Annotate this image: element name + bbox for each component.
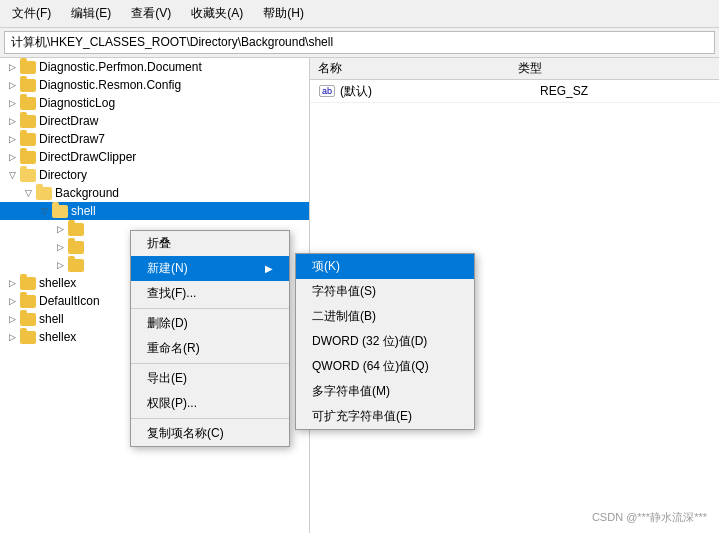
context-menu: 折叠 新建(N) ▶ 查找(F)... 删除(D) 重命名(R) 导出(E) 权… <box>130 230 290 447</box>
ctx-delete[interactable]: 删除(D) <box>131 311 289 336</box>
expander-icon: ▽ <box>20 185 36 201</box>
expander-icon: ▷ <box>4 149 20 165</box>
reg-type: REG_SZ <box>540 84 711 98</box>
tree-label: DirectDraw <box>39 114 98 128</box>
expander-icon: ▽ <box>36 203 52 219</box>
folder-icon <box>20 294 36 308</box>
expander-icon: ▷ <box>4 275 20 291</box>
folder-icon <box>36 186 52 200</box>
right-header: 名称 类型 <box>310 58 719 80</box>
tree-label: DefaultIcon <box>39 294 100 308</box>
submenu-item-dword[interactable]: DWORD (32 位)值(D) <box>296 329 474 354</box>
folder-icon <box>52 204 68 218</box>
tree-label: shellex <box>39 276 76 290</box>
folder-icon <box>20 276 36 290</box>
tree-label: Diagnostic.Resmon.Config <box>39 78 181 92</box>
ctx-collapse[interactable]: 折叠 <box>131 231 289 256</box>
expander-icon: ▷ <box>4 59 20 75</box>
tree-item-directdrawclipper[interactable]: ▷ DirectDrawClipper <box>0 148 309 166</box>
tree-label: shell <box>39 312 64 326</box>
tree-item-background[interactable]: ▽ Background <box>0 184 309 202</box>
reg-name: (默认) <box>340 83 540 100</box>
folder-icon <box>20 330 36 344</box>
menu-favorites[interactable]: 收藏夹(A) <box>187 3 247 24</box>
ctx-copy-name[interactable]: 复制项名称(C) <box>131 421 289 446</box>
folder-icon <box>20 78 36 92</box>
submenu-item-binary[interactable]: 二进制值(B) <box>296 304 474 329</box>
tree-item-diagnostic-resmon[interactable]: ▷ Diagnostic.Resmon.Config <box>0 76 309 94</box>
submenu: 项(K) 字符串值(S) 二进制值(B) DWORD (32 位)值(D) QW… <box>295 253 475 430</box>
tree-item-shell-selected[interactable]: ▽ shell <box>0 202 309 220</box>
ctx-new[interactable]: 新建(N) ▶ <box>131 256 289 281</box>
expander-icon: ▷ <box>4 113 20 129</box>
ctx-find[interactable]: 查找(F)... <box>131 281 289 306</box>
expander-icon: ▷ <box>52 221 68 237</box>
tree-label: Diagnostic.Perfmon.Document <box>39 60 202 74</box>
ctx-rename[interactable]: 重命名(R) <box>131 336 289 361</box>
submenu-item-string[interactable]: 字符串值(S) <box>296 279 474 304</box>
folder-icon <box>20 150 36 164</box>
submenu-item-qword[interactable]: QWORD (64 位)值(Q) <box>296 354 474 379</box>
folder-icon <box>68 222 84 236</box>
submenu-arrow-icon: ▶ <box>265 263 273 274</box>
col-type-header: 类型 <box>518 60 711 77</box>
submenu-item-key[interactable]: 项(K) <box>296 254 474 279</box>
tree-label: DiagnosticLog <box>39 96 115 110</box>
folder-icon <box>20 96 36 110</box>
col-name-header: 名称 <box>318 60 518 77</box>
expander-icon: ▷ <box>4 311 20 327</box>
ab-icon: ab <box>318 82 336 100</box>
menu-help[interactable]: 帮助(H) <box>259 3 308 24</box>
menu-edit[interactable]: 编辑(E) <box>67 3 115 24</box>
ctx-permission[interactable]: 权限(P)... <box>131 391 289 416</box>
folder-icon <box>20 60 36 74</box>
tree-label: Directory <box>39 168 87 182</box>
folder-icon <box>20 132 36 146</box>
expander-icon: ▽ <box>4 167 20 183</box>
expander-icon: ▷ <box>4 293 20 309</box>
submenu-item-multistring[interactable]: 多字符串值(M) <box>296 379 474 404</box>
expander-icon: ▷ <box>4 95 20 111</box>
tree-label: DirectDraw7 <box>39 132 105 146</box>
watermark: CSDN @***静水流深*** <box>592 510 707 525</box>
ctx-export[interactable]: 导出(E) <box>131 366 289 391</box>
registry-row-default: ab (默认) REG_SZ <box>310 80 719 103</box>
ctx-separator3 <box>131 418 289 419</box>
expander-icon: ▷ <box>4 131 20 147</box>
menu-bar: 文件(F) 编辑(E) 查看(V) 收藏夹(A) 帮助(H) <box>0 0 719 28</box>
folder-icon <box>68 258 84 272</box>
expander-icon: ▷ <box>52 239 68 255</box>
tree-label: shell <box>71 204 96 218</box>
tree-item-directdraw7[interactable]: ▷ DirectDraw7 <box>0 130 309 148</box>
expander-icon: ▷ <box>4 77 20 93</box>
expander-icon: ▷ <box>4 329 20 345</box>
tree-label: Background <box>55 186 119 200</box>
folder-icon <box>20 114 36 128</box>
ctx-separator2 <box>131 363 289 364</box>
ctx-separator1 <box>131 308 289 309</box>
tree-label: DirectDrawClipper <box>39 150 136 164</box>
folder-icon <box>20 312 36 326</box>
tree-item-diagnostic-perfmon[interactable]: ▷ Diagnostic.Perfmon.Document <box>0 58 309 76</box>
menu-file[interactable]: 文件(F) <box>8 3 55 24</box>
folder-icon <box>20 168 36 182</box>
tree-label: shellex <box>39 330 76 344</box>
address-bar[interactable]: 计算机\HKEY_CLASSES_ROOT\Directory\Backgrou… <box>4 31 715 54</box>
tree-item-directdraw[interactable]: ▷ DirectDraw <box>0 112 309 130</box>
menu-view[interactable]: 查看(V) <box>127 3 175 24</box>
tree-item-directory[interactable]: ▽ Directory <box>0 166 309 184</box>
expander-icon: ▷ <box>52 257 68 273</box>
tree-item-diagnosticlog[interactable]: ▷ DiagnosticLog <box>0 94 309 112</box>
folder-icon <box>68 240 84 254</box>
submenu-item-expandstring[interactable]: 可扩充字符串值(E) <box>296 404 474 429</box>
